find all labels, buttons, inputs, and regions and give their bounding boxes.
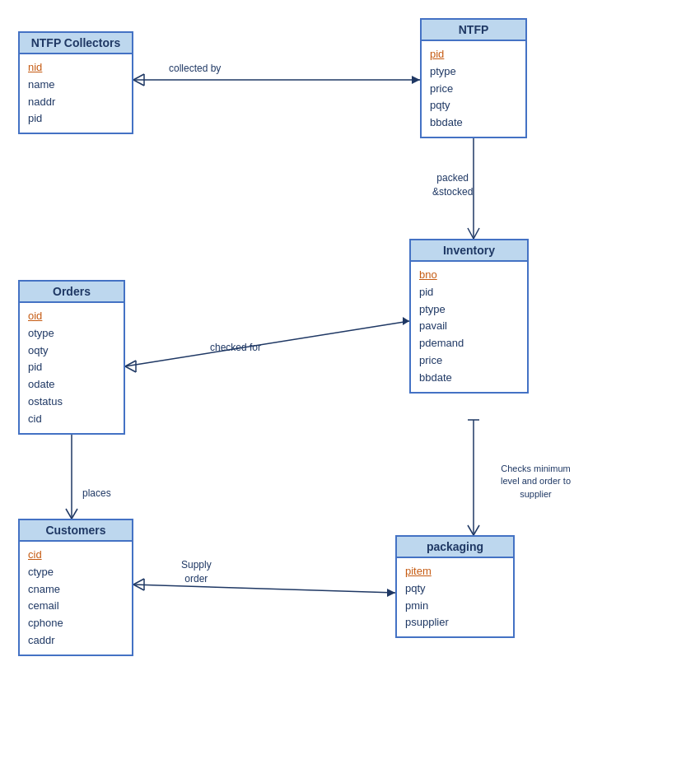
field-ntfp-pid-pk: pid <box>430 48 444 60</box>
field-pitem-pk: pitem <box>405 565 432 577</box>
label-checks-min: Checks minimumlevel and order tosupplier <box>501 463 571 501</box>
field-cust-cid: cid <box>28 547 124 564</box>
field-caddr: caddr <box>28 632 124 650</box>
field-ntfp-ptype: ptype <box>430 63 517 81</box>
field-pmin: pmin <box>405 598 505 615</box>
svg-line-21 <box>133 585 144 590</box>
entity-inventory: Inventory bno pid ptype pavail pdemand p… <box>409 239 529 394</box>
svg-line-7 <box>474 228 479 239</box>
label-packed-stocked: packed&stocked <box>432 171 473 199</box>
entity-ntfp-collectors-title: NTFP Collectors <box>20 33 132 54</box>
field-cphone: cphone <box>28 615 124 632</box>
label-supply-order: Supplyorder <box>181 558 212 586</box>
svg-line-18 <box>133 585 395 593</box>
label-checked-for: checked for <box>210 342 261 353</box>
field-inv-bbdate: bbdate <box>419 370 519 387</box>
field-inv-bno-pk: bno <box>419 268 437 281</box>
field-ntfp-price: price <box>430 81 517 98</box>
field-ntfp-pqty: pqty <box>430 97 517 114</box>
field-inv-price: price <box>419 352 519 370</box>
field-pkg-pqty: pqty <box>405 580 505 598</box>
svg-line-10 <box>125 361 136 366</box>
svg-line-2 <box>133 80 144 86</box>
svg-line-25 <box>474 525 479 535</box>
entity-customers-title: Customers <box>20 520 132 542</box>
entity-inventory-body: bno pid ptype pavail pdemand price bbdat… <box>411 262 527 392</box>
field-orders-pid: pid <box>28 359 115 376</box>
erd-diagram: collected by packed&stocked checked for … <box>0 0 700 778</box>
field-inv-ptype: ptype <box>419 301 519 319</box>
field-nid-pk: nid <box>28 61 42 73</box>
field-naddr: naddr <box>28 94 124 111</box>
entity-orders: Orders oid otype oqty pid odate ostatus … <box>18 280 125 435</box>
field-ctype: ctype <box>28 564 124 581</box>
label-collected-by: collected by <box>169 63 221 74</box>
field-odate: odate <box>28 376 115 394</box>
svg-line-16 <box>72 509 77 519</box>
field-ntfp-pid: pid <box>430 46 517 63</box>
field-name: name <box>28 77 124 94</box>
entity-packaging-body: pitem pqty pmin psupplier <box>397 558 513 636</box>
entity-ntfp-body: pid ptype price pqty bbdate <box>422 41 525 137</box>
entity-packaging: packaging pitem pqty pmin psupplier <box>395 535 515 638</box>
field-inv-bno: bno <box>419 267 519 284</box>
entity-ntfp-title: NTFP <box>422 20 525 41</box>
entity-inventory-title: Inventory <box>411 240 527 262</box>
svg-line-1 <box>133 74 144 80</box>
field-oid: oid <box>28 308 115 325</box>
field-inv-pid: pid <box>419 284 519 301</box>
svg-line-24 <box>468 525 474 535</box>
svg-line-9 <box>125 321 409 366</box>
entity-ntfp-collectors-body: nid name naddr pid <box>20 54 132 133</box>
field-cust-cid-pk: cid <box>28 548 42 561</box>
svg-marker-13 <box>403 317 409 325</box>
field-oqty: oqty <box>28 342 115 360</box>
field-oid-pk: oid <box>28 310 42 322</box>
entity-customers: Customers cid ctype cname cemail cphone … <box>18 519 133 656</box>
field-pitem: pitem <box>405 563 505 580</box>
field-inv-pdemand: pdemand <box>419 335 519 352</box>
field-inv-pavail: pavail <box>419 318 519 335</box>
svg-marker-19 <box>387 589 395 597</box>
entity-customers-body: cid ctype cname cemail cphone caddr <box>20 542 132 655</box>
field-psupplier: psupplier <box>405 614 505 631</box>
svg-line-20 <box>133 579 144 585</box>
entity-ntfp: NTFP pid ptype price pqty bbdate <box>420 18 527 138</box>
entity-packaging-title: packaging <box>397 537 513 558</box>
field-cid: cid <box>28 411 115 428</box>
entity-orders-title: Orders <box>20 282 124 303</box>
field-nid: nid <box>28 59 124 77</box>
field-cname: cname <box>28 581 124 599</box>
svg-line-15 <box>66 509 72 519</box>
svg-line-6 <box>468 228 474 239</box>
field-ostatus: ostatus <box>28 394 115 411</box>
field-otype: otype <box>28 325 115 342</box>
entity-orders-body: oid otype oqty pid odate ostatus cid <box>20 303 124 433</box>
field-pid: pid <box>28 110 124 128</box>
svg-line-11 <box>125 366 136 372</box>
field-ntfp-bbdate: bbdate <box>430 114 517 132</box>
entity-ntfp-collectors: NTFP Collectors nid name naddr pid <box>18 31 133 134</box>
label-places: places <box>82 487 111 499</box>
field-cemail: cemail <box>28 598 124 615</box>
svg-marker-4 <box>412 76 420 84</box>
